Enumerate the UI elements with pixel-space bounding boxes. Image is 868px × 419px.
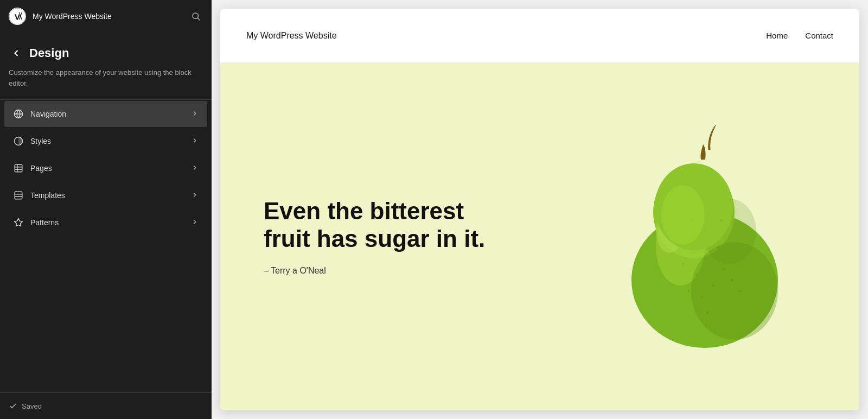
styles-chevron	[191, 137, 199, 146]
sidebar-item-styles[interactable]: Styles	[4, 128, 207, 154]
svg-point-3	[193, 13, 199, 19]
svg-point-32	[717, 246, 719, 249]
website-header: My WordPress Website Home Contact	[220, 9, 859, 63]
design-section-title: Design	[29, 46, 69, 60]
patterns-chevron	[191, 218, 199, 227]
design-header: Design	[0, 37, 212, 65]
svg-rect-12	[15, 192, 22, 199]
pages-chevron	[191, 164, 199, 173]
saved-checkmark-icon	[9, 402, 17, 410]
nav-link-home[interactable]: Home	[766, 31, 788, 40]
website-nav: Home Contact	[766, 31, 833, 40]
styles-label: Styles	[30, 137, 184, 145]
svg-point-23	[661, 185, 705, 245]
preview-area: My WordPress Website Home Contact Even t…	[212, 0, 868, 419]
svg-point-31	[693, 252, 695, 254]
hero-quote: Even the bitterest fruit has sugar in it…	[264, 198, 492, 252]
svg-point-27	[723, 268, 725, 270]
sidebar-item-navigation[interactable]: Navigation	[4, 101, 207, 127]
svg-point-24	[695, 274, 698, 276]
svg-point-25	[712, 284, 714, 287]
sidebar-item-templates[interactable]: Templates	[4, 182, 207, 208]
nav-link-contact[interactable]: Contact	[805, 31, 833, 40]
templates-chevron	[191, 191, 199, 200]
website-logo-text: My WordPress Website	[246, 31, 337, 41]
styles-icon	[13, 136, 24, 147]
pear-illustration	[610, 123, 794, 351]
svg-point-35	[704, 231, 706, 232]
sidebar-item-patterns[interactable]: Patterns	[4, 210, 207, 236]
templates-icon	[13, 190, 24, 201]
svg-point-34	[682, 263, 684, 265]
sidebar-item-pages[interactable]: Pages	[4, 155, 207, 181]
svg-rect-8	[15, 164, 22, 172]
pear-image	[610, 123, 794, 351]
browser-frame: My WordPress Website Home Contact Even t…	[220, 9, 859, 410]
svg-point-37	[691, 220, 692, 221]
svg-point-36	[720, 219, 722, 221]
pages-icon	[13, 163, 24, 174]
search-icon	[191, 11, 201, 21]
svg-point-28	[688, 290, 690, 292]
svg-point-26	[701, 296, 703, 297]
svg-point-33	[739, 290, 741, 292]
svg-line-4	[197, 18, 200, 20]
hero-text-block: Even the bitterest fruit has sugar in it…	[264, 198, 492, 275]
divider-top	[0, 99, 212, 100]
hero-attribution: – Terry a O'Neal	[264, 266, 492, 276]
site-title-topbar: My WordPress Website	[33, 12, 182, 21]
saved-status: Saved	[22, 402, 42, 410]
svg-point-29	[731, 279, 733, 281]
patterns-icon	[13, 217, 24, 228]
svg-marker-15	[15, 219, 23, 226]
sidebar-content: Design Customize the appearance of your …	[0, 33, 212, 392]
navigation-label: Navigation	[30, 110, 184, 118]
navigation-icon	[13, 109, 24, 119]
design-description: Customize the appearance of your website…	[0, 65, 212, 99]
back-icon	[11, 48, 22, 59]
patterns-label: Patterns	[30, 218, 184, 227]
hero-section: Even the bitterest fruit has sugar in it…	[220, 63, 859, 410]
sidebar: My WordPress Website Design Customize th…	[0, 0, 212, 419]
svg-point-30	[706, 312, 709, 314]
navigation-chevron	[191, 110, 199, 119]
templates-label: Templates	[30, 191, 184, 200]
search-button[interactable]	[189, 9, 203, 23]
sidebar-footer: Saved	[0, 392, 212, 419]
back-button[interactable]	[9, 46, 24, 61]
topbar: My WordPress Website	[0, 0, 212, 33]
wordpress-logo	[9, 8, 26, 25]
pages-label: Pages	[30, 164, 184, 173]
